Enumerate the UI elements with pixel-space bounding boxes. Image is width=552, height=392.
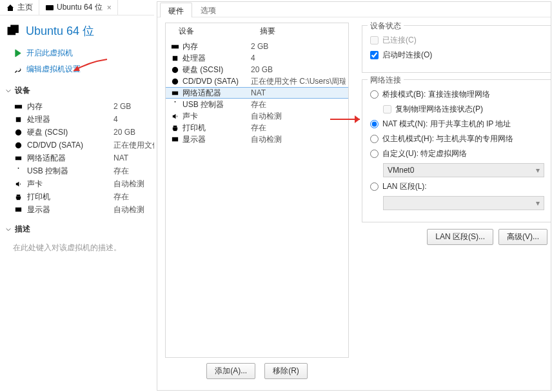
- snd-icon: [14, 180, 23, 188]
- nat-row[interactable]: NAT 模式(N): 用于共享主机的 IP 地址: [370, 119, 544, 130]
- replicate-checkbox: [383, 105, 391, 113]
- device-row[interactable]: 网络适配器 NAT: [0, 152, 154, 164]
- nat-radio[interactable]: [370, 120, 379, 128]
- hardware-summary: 正在使用文件 C:\Users\周瑞: [251, 76, 346, 87]
- right-buttons: LAN 区段(S)... 高级(V)...: [362, 229, 551, 245]
- mem-icon: [171, 43, 179, 51]
- advanced-button[interactable]: 高级(V)...: [498, 229, 547, 245]
- lan-row[interactable]: LAN 区段(L):: [370, 181, 544, 192]
- vm-title-text: Ubuntu 64 位: [26, 23, 94, 39]
- cpu-icon: [171, 54, 179, 63]
- cpu-icon: [14, 115, 23, 124]
- hdd-icon: [171, 66, 179, 74]
- hardware-row[interactable]: 硬盘 (SCSI) 20 GB: [166, 64, 348, 75]
- caret-down-icon: [5, 88, 12, 94]
- hostonly-radio[interactable]: [370, 135, 379, 143]
- device-value: 自动检测: [113, 204, 154, 215]
- hardware-name: 内存: [180, 41, 251, 52]
- hardware-summary: 自动检测: [251, 111, 346, 122]
- power-on-link[interactable]: 开启此虚拟机: [0, 45, 154, 61]
- connect-poweron-checkbox[interactable]: [370, 51, 379, 59]
- connected-label: 已连接(C): [382, 35, 417, 46]
- device-value: 2 GB: [113, 102, 154, 111]
- device-row[interactable]: CD/DVD (SATA) 正在使用文件: [0, 139, 154, 152]
- replicate-row: 复制物理网络连接状态(P): [383, 104, 544, 115]
- hardware-summary: NAT: [251, 88, 346, 97]
- device-value: 自动检测: [113, 179, 154, 190]
- description-placeholder[interactable]: 在此处键入对该虚拟机的描述。: [0, 239, 154, 253]
- snd-icon: [171, 112, 179, 121]
- custom-row[interactable]: 自定义(U): 特定虚拟网络: [370, 148, 544, 159]
- usb-icon: [171, 101, 179, 109]
- tab-vm[interactable]: Ubuntu 64 位 ×: [39, 0, 118, 15]
- col-summary: 摘要: [260, 26, 344, 37]
- bridged-radio[interactable]: [370, 90, 379, 99]
- device-value: 20 GB: [113, 128, 154, 137]
- tab-home[interactable]: 主页: [0, 0, 39, 15]
- hardware-list-header: 设备 摘要: [166, 23, 348, 41]
- vm-icon: [45, 3, 54, 12]
- device-name: 显示器: [23, 204, 113, 215]
- device-row[interactable]: USB 控制器 存在: [0, 164, 154, 177]
- hardware-row[interactable]: 声卡 自动检测: [166, 110, 348, 122]
- device-name: 网络适配器: [23, 153, 113, 164]
- hardware-row[interactable]: 显示器 自动检测: [166, 133, 348, 145]
- hdd-icon: [14, 128, 23, 137]
- mem-icon: [14, 103, 23, 111]
- device-value: NAT: [113, 153, 154, 162]
- tab-options[interactable]: 选项: [192, 2, 224, 17]
- tabs-icon: [6, 24, 21, 38]
- custom-radio[interactable]: [370, 150, 379, 158]
- hardware-name: 处理器: [180, 53, 251, 64]
- edit-settings-link[interactable]: 编辑虚拟机设置: [0, 61, 154, 77]
- device-name: 内存: [23, 101, 113, 112]
- cd-icon: [171, 77, 179, 86]
- device-row[interactable]: 显示器 自动检测: [0, 203, 154, 216]
- device-name: USB 控制器: [23, 166, 113, 177]
- device-row[interactable]: 内存 2 GB: [0, 100, 154, 113]
- device-row[interactable]: 处理器 4: [0, 113, 154, 126]
- hardware-name: CD/DVD (SATA): [180, 77, 251, 86]
- device-value: 正在使用文件: [113, 140, 154, 151]
- device-value: 存在: [113, 166, 154, 177]
- net-icon: [14, 154, 23, 162]
- custom-combo-row: VMnet0: [383, 163, 544, 177]
- hardware-summary: 存在: [251, 99, 346, 110]
- hardware-row[interactable]: 处理器 4: [166, 52, 348, 64]
- device-list: 内存 2 GB 处理器 4 硬盘 (SCSI) 20 GB CD/DVD (SA…: [0, 100, 154, 216]
- disp-icon: [14, 206, 23, 214]
- hardware-listbox: 设备 摘要 内存 2 GB 处理器 4 硬盘 (SCSI) 20 GB CD/D…: [165, 23, 349, 358]
- bridged-label: 桥接模式(B): 直接连接物理网络: [382, 89, 490, 100]
- bridged-row[interactable]: 桥接模式(B): 直接连接物理网络: [370, 89, 544, 100]
- vm-settings-dialog: 硬件 选项 设备 摘要 内存 2 GB 处理器 4 硬盘 (SCSI) 20 G…: [157, 1, 551, 391]
- section-description-label: 描述: [15, 224, 30, 235]
- lan-label: LAN 区段(L):: [382, 181, 427, 192]
- add-button[interactable]: 添加(A)...: [206, 363, 255, 379]
- connected-row[interactable]: 已连接(C): [370, 35, 544, 46]
- device-value: 存在: [113, 191, 154, 202]
- hardware-row[interactable]: USB 控制器 存在: [166, 99, 348, 110]
- section-description[interactable]: 描述: [0, 216, 154, 239]
- hardware-row[interactable]: 打印机 存在: [166, 122, 348, 133]
- hardware-name: USB 控制器: [180, 99, 251, 110]
- custom-vmnet-combo: VMnet0: [383, 163, 544, 177]
- lan-radio[interactable]: [370, 182, 379, 191]
- device-name: CD/DVD (SATA): [23, 141, 113, 150]
- lan-combo-row: [383, 196, 544, 210]
- hostonly-row[interactable]: 仅主机模式(H): 与主机共享的专用网络: [370, 133, 544, 144]
- device-row[interactable]: 声卡 自动检测: [0, 177, 154, 190]
- lan-segments-button[interactable]: LAN 区段(S)...: [427, 229, 493, 245]
- hardware-row[interactable]: 网络适配器 NAT: [166, 87, 348, 99]
- remove-button[interactable]: 移除(R): [264, 363, 308, 379]
- connect-poweron-row[interactable]: 启动时连接(O): [370, 50, 544, 61]
- device-row[interactable]: 打印机 存在: [0, 190, 154, 203]
- hardware-summary: 20 GB: [251, 65, 346, 74]
- hardware-row[interactable]: CD/DVD (SATA) 正在使用文件 C:\Users\周瑞: [166, 75, 348, 87]
- tab-hardware[interactable]: 硬件: [160, 3, 192, 17]
- network-legend: 网络连接: [368, 75, 404, 86]
- device-name: 打印机: [23, 191, 113, 202]
- close-icon[interactable]: ×: [107, 3, 112, 12]
- section-devices[interactable]: 设备: [0, 77, 154, 100]
- device-row[interactable]: 硬盘 (SCSI) 20 GB: [0, 126, 154, 139]
- hardware-row[interactable]: 内存 2 GB: [166, 41, 348, 52]
